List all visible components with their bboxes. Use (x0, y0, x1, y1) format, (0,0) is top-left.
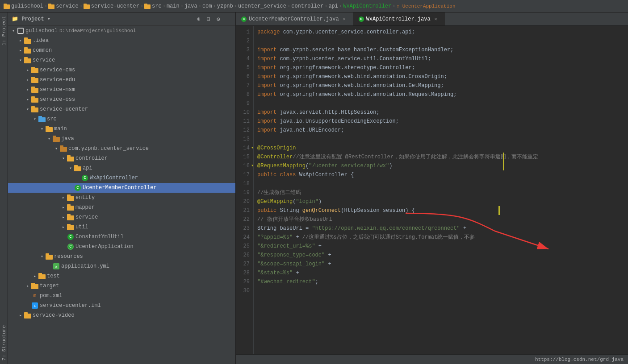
arrow-mapper[interactable] (60, 204, 67, 211)
tree-label-ucenter-member: UcenterMemberController (83, 185, 157, 191)
tab-close-ucenter[interactable]: ✕ (341, 16, 347, 22)
tree-item-ucenter-app[interactable]: C UcenterApplication (8, 242, 235, 252)
breadcrumb-ucenter-service[interactable]: ucenter_service (238, 3, 286, 9)
tree-item-src[interactable]: src (8, 114, 235, 124)
tree-item-service[interactable]: service (8, 55, 235, 65)
breadcrumb-controller[interactable]: controller (291, 3, 323, 9)
application-yml-icon: a (53, 263, 60, 270)
arrow-service-sub[interactable] (60, 214, 67, 221)
gutter-21 (498, 206, 500, 215)
arrow-util[interactable] (60, 223, 67, 231)
arrow-service-msm[interactable] (24, 86, 31, 93)
tree-item-target[interactable]: target (8, 281, 235, 291)
tab-wxapi[interactable]: C WxApiController.java ✕ (353, 12, 445, 25)
arrow-pom (24, 292, 31, 299)
tree-item-service-sub[interactable]: service (8, 212, 235, 222)
mapper-folder-icon (67, 204, 74, 211)
code-editor[interactable]: 12345 678910 1112131415 1617181920 21222… (236, 26, 628, 354)
tree-item-controller[interactable]: controller (8, 153, 235, 163)
tree-item-iml[interactable]: i service-ucenter.iml (8, 301, 235, 310)
tree-item-service-msm[interactable]: service-msm (8, 85, 235, 95)
collapse-icon[interactable]: ⊟ (205, 16, 212, 23)
breadcrumb-java[interactable]: java (184, 3, 197, 9)
arrow-target[interactable] (24, 282, 31, 290)
arrow-wxapi (74, 174, 81, 182)
arrow-service-oss[interactable] (24, 96, 31, 103)
breadcrumb-com[interactable]: com (202, 3, 212, 9)
target-folder-icon (31, 282, 38, 290)
breadcrumb-service[interactable]: service (48, 3, 78, 9)
tab-close-wxapi[interactable]: ✕ (433, 16, 439, 22)
arrow-entity[interactable] (60, 194, 67, 201)
arrow-service-ucenter[interactable] (24, 106, 31, 113)
arrow-ucenter-member (67, 184, 74, 191)
tree-label-entity: entity (75, 194, 95, 201)
code-line-30 (254, 286, 628, 295)
code-line-15: @Controller//注意这里没有配置 @RestController，如果… (254, 153, 628, 161)
tree-item-idea[interactable]: .idea (8, 36, 235, 46)
tree-item-gulischool[interactable]: gulischool D:\IdeaProjects\gulischool (8, 26, 235, 36)
structure-tab[interactable]: 7: Structure (0, 322, 8, 364)
arrow-test[interactable] (31, 273, 38, 280)
tree-label-service-oss: service-oss (40, 96, 75, 103)
breadcrumb-service-ucenter[interactable]: service-ucenter (84, 3, 139, 9)
breadcrumb-src[interactable]: src (144, 3, 162, 9)
watermark-text: https://blog.csdn.net/grd_java (535, 357, 624, 362)
arrow-main[interactable] (38, 125, 46, 132)
fold-marker-14[interactable]: ▾ (251, 144, 254, 153)
service-ucenter-icon (31, 106, 38, 113)
arrow-controller[interactable] (60, 155, 67, 162)
fold-marker-16[interactable]: ▾ (251, 161, 254, 170)
breadcrumb-ucenter-app[interactable]: ⇧ UcenterApplication (396, 3, 455, 9)
code-content: package com.yzpnb.ucenter_service.contro… (254, 26, 628, 354)
breadcrumb-yzpnb[interactable]: yzpnb (217, 3, 233, 9)
minimize-icon[interactable]: — (225, 16, 232, 23)
tree-item-resources[interactable]: resources (8, 252, 235, 261)
tree-label-service-cms: service-cms (40, 67, 75, 73)
tree-item-entity[interactable]: entity (8, 193, 235, 203)
tree-item-mapper[interactable]: mapper (8, 203, 235, 212)
tree-item-service-edu[interactable]: service-edu (8, 75, 235, 85)
tree-item-wxapi[interactable]: C WxApiController (8, 173, 235, 183)
arrow-pkg[interactable] (53, 145, 60, 152)
code-line-7: import org.springframework.web.bind.anno… (254, 81, 628, 90)
tree-item-main[interactable]: main (8, 124, 235, 134)
arrow-service-cms[interactable] (24, 66, 31, 74)
tree-item-service-cms[interactable]: service-cms (8, 65, 235, 75)
tab-ucenter-member[interactable]: C UcenterMemberController.java ✕ (236, 12, 353, 25)
tree-item-pkg[interactable]: com.yzpnb.ucenter_service (8, 144, 235, 153)
tree-item-service-ucenter[interactable]: service-ucenter (8, 104, 235, 114)
arrow-api[interactable] (67, 165, 74, 172)
arrow-common[interactable] (17, 47, 24, 54)
arrow-src[interactable] (31, 116, 38, 123)
arrow-service-edu[interactable] (24, 76, 31, 83)
tree-item-test[interactable]: test (8, 271, 235, 281)
locate-icon[interactable]: ⊕ (195, 16, 202, 23)
tree-item-api[interactable]: api (8, 163, 235, 173)
tree-item-pom[interactable]: m pom.xml (8, 291, 235, 301)
breadcrumb-wxapi[interactable]: WxApiController (343, 3, 391, 9)
arrow-resources[interactable] (38, 253, 46, 260)
project-tab[interactable]: 1: Project (0, 12, 8, 49)
arrow-idea[interactable] (17, 37, 24, 44)
arrow-java[interactable] (46, 135, 53, 142)
settings-icon[interactable]: ⚙ (215, 16, 222, 23)
idea-folder-icon (24, 37, 31, 44)
tree-label-service-msm: service-msm (40, 87, 75, 93)
tree-item-util[interactable]: util (8, 222, 235, 232)
tree-item-service-video[interactable]: service-video (8, 310, 235, 320)
arrow-service-video[interactable] (17, 312, 24, 319)
tree-item-common[interactable]: common (8, 46, 235, 55)
tree-label-java: java (61, 136, 74, 142)
tree-item-application-yml[interactable]: a application.yml (8, 261, 235, 271)
common-folder-icon (24, 47, 31, 54)
arrow-gulischool[interactable] (10, 27, 17, 34)
tree-item-constant-yml[interactable]: C ConstantYmlUtil (8, 232, 235, 242)
tree-item-service-oss[interactable]: service-oss (8, 95, 235, 104)
tree-item-java[interactable]: java (8, 134, 235, 144)
breadcrumb-main[interactable]: main (167, 3, 180, 9)
breadcrumb-gulischool[interactable]: gulischool (4, 3, 43, 9)
tree-item-ucenter-member-ctrl[interactable]: C UcenterMemberController (8, 183, 235, 193)
breadcrumb-api[interactable]: api (328, 3, 338, 9)
arrow-service[interactable] (17, 57, 24, 64)
